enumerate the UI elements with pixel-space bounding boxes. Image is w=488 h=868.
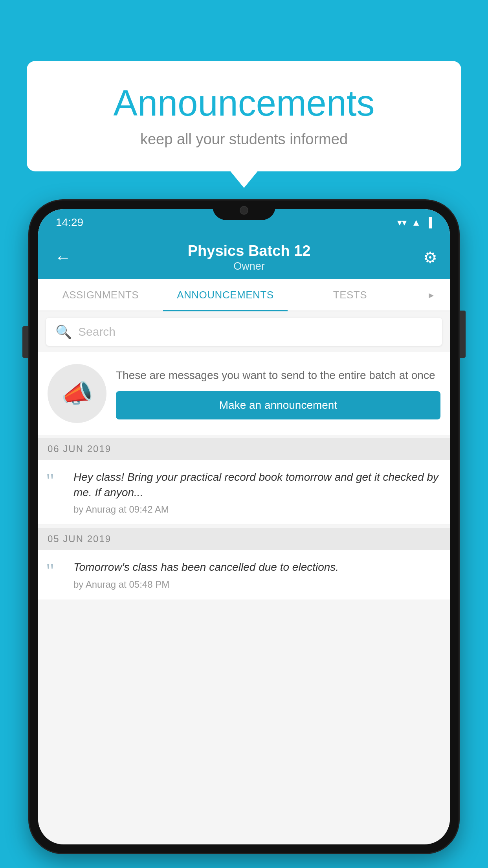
announcement-content-2: Tomorrow's class has been cancelled due …	[73, 559, 440, 590]
megaphone-icon: 📣	[61, 379, 93, 408]
search-bar[interactable]: 🔍 Search	[46, 318, 442, 346]
settings-button[interactable]: ⚙	[423, 248, 437, 267]
announcement-promo: 📣 These are messages you want to send to…	[38, 352, 450, 435]
date-separator-1: 06 JUN 2019	[38, 438, 450, 460]
date-separator-2: 05 JUN 2019	[38, 528, 450, 550]
bubble-subtitle: keep all your students informed	[50, 131, 438, 148]
make-announcement-button[interactable]: Make an announcement	[116, 391, 440, 419]
announcement-item-2[interactable]: " Tomorrow's class has been cancelled du…	[38, 550, 450, 599]
quote-icon-2: "	[46, 559, 66, 581]
tab-announcements[interactable]: ANNOUNCEMENTS	[163, 279, 288, 311]
announcement-text-2: Tomorrow's class has been cancelled due …	[73, 559, 440, 575]
announcement-meta-1: by Anurag at 09:42 AM	[73, 504, 440, 515]
announcement-item-1[interactable]: " Hey class! Bring your practical record…	[38, 460, 450, 525]
toolbar-title-area: Physics Batch 12 Owner	[83, 243, 415, 272]
content-area: 🔍 Search 📣 These are messages you want t…	[38, 311, 450, 844]
announcement-text-1: Hey class! Bring your practical record b…	[73, 469, 440, 500]
tab-more[interactable]: ▸	[413, 279, 450, 311]
status-time: 14:29	[56, 216, 83, 229]
promo-right: These are messages you want to send to t…	[116, 368, 440, 419]
search-icon: 🔍	[55, 324, 72, 340]
bubble-title: Announcements	[50, 83, 438, 124]
announcement-meta-2: by Anurag at 05:48 PM	[73, 579, 440, 590]
status-icons: ▾▾ ▲ ▐	[397, 217, 432, 228]
promo-description: These are messages you want to send to t…	[116, 368, 440, 383]
phone-outer: 14:29 ▾▾ ▲ ▐ ← Physics Batch 12 Owner ⚙	[29, 200, 459, 853]
toolbar: ← Physics Batch 12 Owner ⚙	[38, 236, 450, 279]
announcement-content-1: Hey class! Bring your practical record b…	[73, 469, 440, 515]
tab-bar: ASSIGNMENTS ANNOUNCEMENTS TESTS ▸	[38, 279, 450, 311]
phone-mockup: 14:29 ▾▾ ▲ ▐ ← Physics Batch 12 Owner ⚙	[29, 200, 459, 868]
phone-screen: 14:29 ▾▾ ▲ ▐ ← Physics Batch 12 Owner ⚙	[38, 209, 450, 844]
search-placeholder: Search	[78, 325, 116, 338]
quote-icon-1: "	[46, 469, 66, 491]
wifi-icon: ▾▾	[397, 217, 407, 228]
speech-bubble-container: Announcements keep all your students inf…	[27, 61, 461, 171]
signal-icon: ▲	[411, 217, 421, 228]
batch-role: Owner	[83, 260, 415, 272]
promo-icon-circle: 📣	[48, 364, 106, 423]
back-button[interactable]: ←	[51, 244, 75, 271]
tab-assignments[interactable]: ASSIGNMENTS	[38, 279, 163, 311]
speech-bubble: Announcements keep all your students inf…	[27, 61, 461, 171]
battery-icon: ▐	[426, 217, 432, 228]
batch-name: Physics Batch 12	[83, 243, 415, 259]
phone-notch	[213, 200, 275, 220]
front-camera	[240, 206, 248, 215]
tab-tests[interactable]: TESTS	[288, 279, 413, 311]
